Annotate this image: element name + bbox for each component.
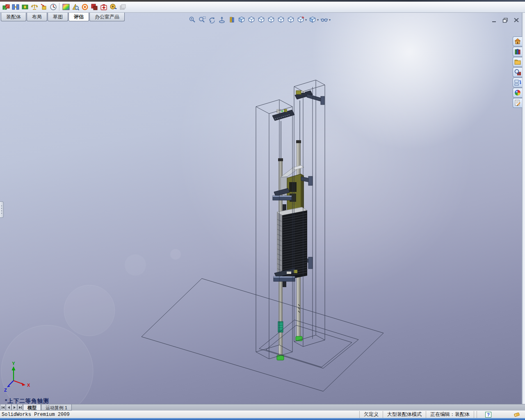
status-separator [477, 411, 479, 418]
search-icon[interactable] [513, 67, 522, 77]
hole-alignment-icon[interactable] [20, 2, 30, 12]
clearance-verification-icon[interactable] [11, 2, 20, 12]
svg-text:Z: Z [4, 388, 7, 393]
window-controls [491, 17, 520, 23]
minimize-button[interactable] [491, 17, 498, 23]
tab-evaluate[interactable]: 评估 [68, 13, 89, 21]
quick-tips-help-icon[interactable]: ? [485, 412, 491, 418]
taskbar-edge [0, 418, 525, 420]
right-view-icon[interactable] [276, 15, 285, 24]
isometric-view-icon[interactable] [237, 15, 246, 24]
feature-tree-handle[interactable] [0, 201, 4, 218]
task-pane-edge[interactable] [522, 13, 525, 404]
model-wireframe [142, 80, 383, 391]
simulationxpress-icon[interactable] [99, 2, 108, 12]
app-version-text: SolidWorks Premium 2009 [0, 412, 70, 418]
tab-motion-study-1[interactable]: 运动算例 1 [41, 404, 72, 411]
last-tab-button[interactable] [17, 404, 23, 411]
task-pane-tabs [513, 37, 522, 108]
draft-analysis-icon[interactable] [71, 2, 80, 12]
zebra-stripes-icon[interactable] [80, 2, 89, 12]
note-tag-icon[interactable] [513, 412, 521, 418]
view-settings-icon[interactable]: ▾ [320, 15, 331, 24]
solidworks-window: Y X Z *上下二等角轴测 装配体 布局 草图 评估 办公室产品 [0, 0, 525, 420]
measure-tape-icon[interactable] [108, 2, 118, 12]
svg-text:X: X [27, 383, 30, 388]
heads-up-view-toolbar: ▾ ▾ ▾ [188, 15, 331, 24]
chevron-down-icon: ▾ [305, 18, 307, 22]
section-view-icon[interactable] [217, 15, 226, 24]
tab-layout[interactable]: 布局 [27, 13, 47, 21]
tab-assembly[interactable]: 装配体 [1, 13, 26, 21]
document-tab-strip: 模型 运动算例 1 [0, 404, 525, 411]
first-tab-button[interactable] [0, 404, 6, 411]
model-scene[interactable]: Y X Z *上下二等角轴测 [0, 13, 525, 404]
custom-properties-icon[interactable] [513, 98, 522, 108]
previous-tab-button[interactable] [6, 404, 11, 411]
svg-text:Y: Y [12, 361, 15, 366]
top-view-icon[interactable] [286, 15, 295, 24]
hide-show-items-icon[interactable]: ▾ [296, 15, 307, 24]
view-palette-icon[interactable] [513, 78, 522, 87]
design-library-icon[interactable] [513, 47, 522, 57]
status-definition-state: 欠定义 [359, 411, 383, 418]
model-top-brackets[interactable] [272, 90, 324, 121]
status-bar: SolidWorks Premium 2009 欠定义 大型装配体模式 正在编辑… [0, 411, 525, 418]
interference-detection-icon[interactable] [1, 2, 11, 12]
chevron-down-icon: ▾ [329, 18, 331, 22]
zoom-to-fit-icon[interactable] [188, 15, 197, 24]
command-manager-tabs: 装配体 布局 草图 评估 办公室产品 [1, 13, 125, 21]
back-view-icon[interactable] [257, 15, 266, 24]
mass-properties-icon[interactable] [39, 2, 48, 12]
display-style-icon[interactable]: ▾ [308, 15, 319, 24]
status-editing-context: 正在编辑：装配体 [426, 411, 474, 418]
curvature-icon[interactable] [61, 2, 71, 12]
appearances-scenes-icon[interactable] [513, 88, 522, 98]
view-orientation-icon[interactable] [227, 15, 236, 24]
measure-icon[interactable] [30, 2, 39, 12]
tab-model[interactable]: 模型 [23, 404, 41, 411]
toolbar-separator [59, 3, 60, 11]
status-large-assembly-mode: 大型装配体模式 [383, 411, 426, 418]
front-view-icon[interactable] [247, 15, 256, 24]
tab-sketch[interactable]: 草图 [48, 13, 68, 21]
close-button[interactable] [513, 17, 520, 23]
assembly-visualization-icon[interactable] [89, 2, 99, 12]
lens-flare [1, 249, 181, 404]
left-view-icon[interactable] [267, 15, 276, 24]
section-properties-icon[interactable] [48, 2, 58, 12]
chevron-down-icon: ▾ [317, 18, 319, 22]
file-explorer-icon[interactable] [513, 57, 522, 67]
graphics-viewport[interactable]: Y X Z *上下二等角轴测 装配体 布局 草图 评估 办公室产品 [0, 13, 525, 404]
status-separator [474, 411, 477, 418]
dfmxpress-icon [118, 2, 127, 12]
restore-button[interactable] [502, 17, 509, 23]
view-orientation-label: *上下二等角轴测 [5, 398, 49, 404]
next-tab-button[interactable] [11, 404, 17, 411]
solidworks-resources-icon[interactable] [513, 37, 522, 46]
previous-view-icon[interactable] [208, 15, 217, 24]
zoom-to-area-icon[interactable] [198, 15, 207, 24]
tab-office-products[interactable]: 办公室产品 [89, 13, 125, 21]
command-manager-toolbar [0, 2, 525, 13]
